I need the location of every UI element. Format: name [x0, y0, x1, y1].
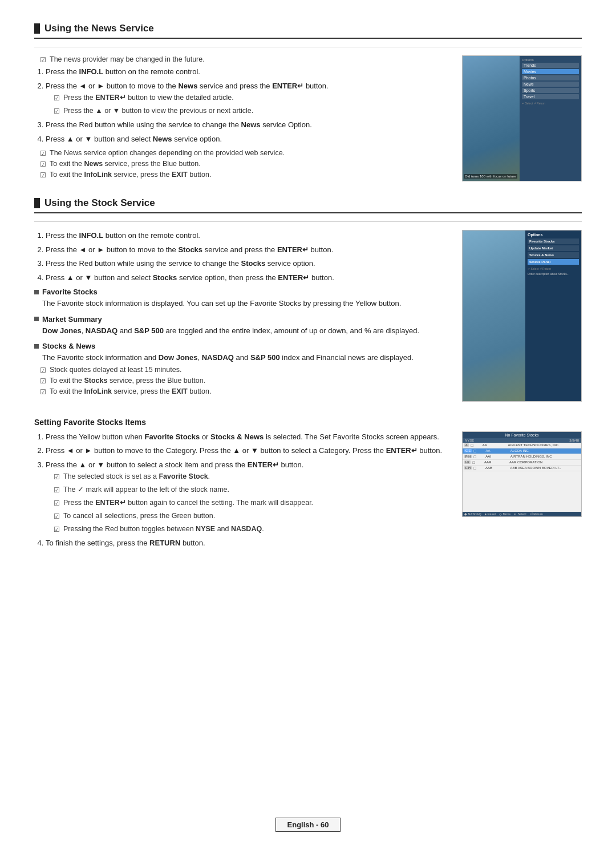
setting-step-1: Press the Yellow button when Favorite St… [46, 431, 451, 443]
news-steps-list: Press the INFO.L button on the remote co… [34, 66, 451, 144]
favorite-stocks-title: Favorite Stocks [34, 288, 451, 296]
stock-steps-list: Press the INFO.L button on the remote co… [34, 230, 451, 283]
stock-section: Using the Stock Service Press the INFO.L… [34, 197, 582, 402]
fav-stock-5-code: AAB [485, 466, 509, 470]
footer-badge: English - 60 [275, 818, 341, 832]
news-screenshot: Old turns 100 with focus on future Optio… [462, 55, 582, 181]
fav-tag-3: F-H [464, 455, 472, 458]
stocks-news-subsection: Stocks & News The Favorite stock informa… [34, 342, 451, 396]
setting-note-4: ☑ To cancel all selections, press the Gr… [48, 511, 451, 521]
fav-stock-4-code: AAR [484, 460, 508, 464]
news-step-3: Press the Red button while using the ser… [46, 119, 451, 131]
setting-step-2: Press ◄ or ► button to move to the Categ… [46, 445, 451, 456]
fav-row-3: F-H ☐ AAI AIRTRAN HOLDINGS, INC [463, 454, 581, 460]
market-summary-body: Dow Jones, NASDAQ and S&P 500 are toggle… [34, 325, 451, 337]
stock-section-title: Using the Stock Service [34, 197, 582, 213]
setting-step-3: Press the ▲ or ▼ button to select a stoc… [46, 459, 451, 535]
setting-text-block: Press the Yellow button when Favorite St… [34, 431, 451, 553]
stock-step-1: Press the INFO.L button on the remote co… [46, 230, 451, 241]
news-bottom-note-1: ☑ The News service option changes depend… [34, 149, 451, 157]
stock-panel-news: Stocks & News [528, 252, 579, 258]
setting-note-5: ☑ Pressing the Red button toggles betwee… [48, 524, 451, 535]
setting-note-1: ☑ The selected stock is set as a Favorit… [48, 471, 451, 482]
fav-stock-3-code: AAI [485, 455, 508, 458]
stocks-news-body: The Favorite stock information and Dow J… [34, 352, 451, 363]
news-step-2-note-2: ☑ Press the ▲ or ▼ button to view the pr… [48, 106, 451, 116]
news-note-1: ☑ The news provider may be changed in th… [34, 55, 451, 64]
fav-tag-1: A [464, 443, 469, 447]
fav-subheader: NYSE 3/9/48 [463, 438, 581, 443]
fav-exchange: NYSE [465, 439, 474, 442]
fav-footer-select: ↵ Select [514, 512, 526, 516]
fav-stocks-screenshot: No Favorite Stocks NYSE 3/9/48 A ☐ AA AG… [462, 431, 582, 553]
setting-note-2: ☑ The ✓ mark will appear to the left of … [48, 484, 451, 495]
news-text-block: ☑ The news provider may be changed in th… [34, 55, 451, 181]
fav-stock-2-code: AA [485, 449, 508, 452]
stock-image-photo [463, 231, 525, 401]
fav-tag-5: L-H [464, 466, 472, 470]
news-image-caption: Old turns 100 with focus on future [464, 174, 517, 179]
favorite-stocks-body: The Favorite stock information is displa… [34, 298, 451, 309]
fav-tag-4: I-K [464, 460, 471, 464]
stock-step-4: Press ▲ or ▼ button and select Stocks se… [46, 272, 451, 284]
fav-footer-return: ⏎ Return [530, 512, 543, 516]
news-step-1: Press the INFO.L button on the remote co… [46, 66, 451, 78]
stock-text-block: Press the INFO.L button on the remote co… [34, 230, 451, 402]
fav-row-5: L-H ☐ AAB ABB ASEA BROWN BOVERI LT.. [463, 466, 581, 471]
news-section: Using the News Service ☑ The news provid… [34, 23, 582, 181]
setting-step-4: To finish the settings, press the RETURN… [46, 537, 451, 549]
market-summary-subsection: Market Summary Dow Jones, NASDAQ and S&P… [34, 315, 451, 337]
news-menu-news: News [522, 82, 579, 87]
news-menu-travel: Travel [522, 94, 579, 99]
fav-footer-nasdaq: ◆ NASDAQ [464, 512, 481, 516]
stock-panel-favorite: Favorite Stocks [528, 238, 579, 244]
setting-note-3: ☑ Press the ENTER↵ button again to cance… [48, 498, 451, 508]
news-menu-movies: Movies [522, 69, 579, 74]
setting-section-content: Press the Yellow button when Favorite St… [34, 431, 582, 553]
news-menu-trends: Trends [522, 63, 579, 68]
note-icon: ☑ [40, 56, 46, 64]
footer-text: English - 60 [287, 820, 329, 829]
news-section-content: ☑ The news provider may be changed in th… [34, 55, 582, 181]
fav-row-2: C-E ☐ AA ALCOA INC. [463, 448, 581, 454]
favorite-stocks-subsection: Favorite Stocks The Favorite stock infor… [34, 288, 451, 309]
news-section-title: Using the News Service [34, 23, 582, 39]
stocks-note-1: ☑ Stock quotes delayed at least 15 minut… [34, 366, 451, 374]
stock-screenshot: Options Favorite Stocks Update Market St… [462, 230, 582, 402]
setting-section: Setting Favorite Stocks Items Press the … [34, 418, 582, 553]
setting-steps-list: Press the Yellow button when Favorite St… [34, 431, 451, 549]
fav-tag-2: C-E [464, 449, 472, 452]
news-step-2: Press the ◄ or ► button to move to the N… [46, 80, 451, 117]
fav-stock-1-code: AA [483, 443, 506, 447]
stocks-news-title: Stocks & News [34, 342, 451, 350]
news-menu-photos: Photos [522, 75, 579, 80]
news-bottom-note-3: ☑ To exit the InfoLink service, press th… [34, 171, 451, 179]
stocks-note-2: ☑ To exit the Stocks service, press the … [34, 377, 451, 385]
news-image-box: Old turns 100 with focus on future Optio… [462, 55, 582, 181]
stock-section-content: Press the INFO.L button on the remote co… [34, 230, 582, 402]
stock-step-3: Press the Red button while using the ser… [46, 258, 451, 269]
fav-date: 3/9/48 [569, 439, 579, 442]
stock-image-box: Options Favorite Stocks Update Market St… [462, 230, 582, 402]
fav-row-1: A ☐ AA AGILENT TECHNOLOGIES, INC. [463, 443, 581, 448]
page-footer: English - 60 [0, 818, 616, 832]
fav-stocks-image: No Favorite Stocks NYSE 3/9/48 A ☐ AA AG… [462, 431, 582, 517]
news-step-2-note-1: ☑ Press the ENTER↵ button to view the de… [48, 92, 451, 103]
setting-section-title: Setting Favorite Stocks Items [34, 418, 582, 427]
news-bottom-note-2: ☑ To exit the News service, press the Bl… [34, 160, 451, 168]
fav-row-4: I-K ☐ AAR AAR CORPORATION [463, 460, 581, 466]
market-summary-title: Market Summary [34, 315, 451, 324]
fav-footer: ◆ NASDAQ ● Reset ◇ Move ↵ Select ⏎ Retur… [463, 512, 581, 516]
fav-footer-move: ◇ Move [499, 512, 510, 516]
fav-footer-reset: ● Reset [485, 512, 496, 516]
stock-panel-market: Update Market [528, 245, 579, 251]
stock-image-menu: Options Favorite Stocks Update Market St… [525, 231, 581, 401]
stock-step-2: Press the ◄ or ► button to move to the S… [46, 244, 451, 256]
stocks-note-3: ☑ To exit the InfoLink service, press th… [34, 387, 451, 396]
news-image-menu: Options Trends Movies Photos News Sports… [520, 56, 581, 181]
news-menu-sports: Sports [522, 88, 579, 93]
news-step-4: Press ▲ or ▼ button and select News serv… [46, 134, 451, 145]
fav-header: No Favorite Stocks [463, 432, 581, 438]
news-image-photo: Old turns 100 with focus on future [463, 56, 520, 181]
